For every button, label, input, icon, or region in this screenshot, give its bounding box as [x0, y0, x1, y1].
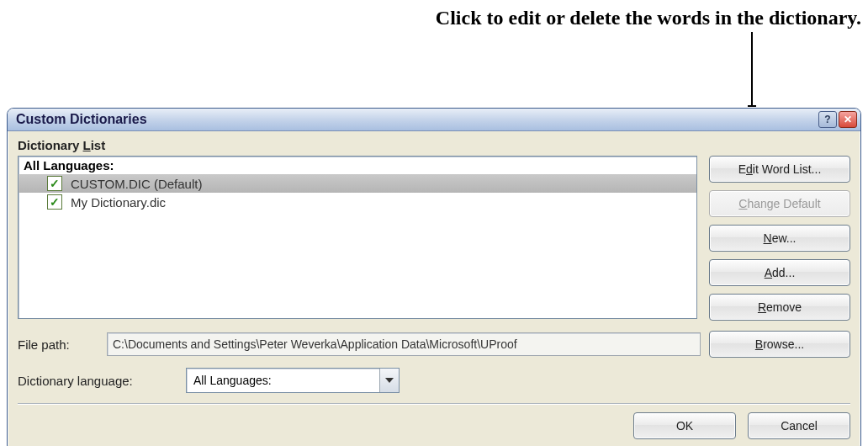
list-item-label: My Dictionary.dic — [71, 195, 166, 210]
btn-mnemonic: d — [746, 162, 753, 176]
close-button[interactable]: ✕ — [839, 111, 857, 128]
callout-line — [751, 32, 753, 106]
window-title: Custom Dictionaries — [16, 112, 817, 127]
file-path-field: C:\Documents and Settings\Peter Weverka\… — [107, 332, 701, 356]
browse-button[interactable]: Browse... — [709, 331, 850, 358]
btn-part: emove — [766, 300, 802, 314]
dictionary-list-label: Dictionary List — [18, 138, 850, 152]
btn-part: ew... — [772, 231, 797, 245]
checkbox[interactable]: ✓ — [47, 176, 62, 191]
dialog-content: Dictionary List All Languages: ✓ CUSTOM.… — [8, 131, 860, 446]
titlebar[interactable]: Custom Dictionaries ? ✕ — [8, 109, 860, 131]
btn-part: it Word List... — [753, 162, 821, 176]
list-item-label: CUSTOM.DIC (Default) — [71, 177, 202, 191]
list-group-header: All Languages: — [19, 157, 696, 174]
edit-word-list-button[interactable]: Edit Word List... — [709, 156, 850, 183]
remove-button[interactable]: Remove — [709, 294, 850, 321]
change-default-button: Change Default — [709, 190, 850, 217]
chevron-down-icon — [385, 378, 394, 383]
combo-dropdown-button[interactable] — [379, 369, 399, 392]
new-button[interactable]: New... — [709, 225, 850, 252]
label-part: ist — [91, 138, 106, 152]
btn-mnemonic: A — [765, 266, 772, 279]
list-item[interactable]: ✓ CUSTOM.DIC (Default) — [19, 174, 696, 193]
list-item[interactable]: ✓ My Dictionary.dic — [19, 193, 696, 211]
checkbox[interactable]: ✓ — [47, 194, 62, 210]
check-icon: ✓ — [50, 196, 60, 208]
help-button[interactable]: ? — [818, 111, 837, 128]
btn-part: E — [738, 162, 746, 176]
combo-value: All Languages: — [187, 374, 379, 387]
annotation-text: Click to edit or delete the words in the… — [436, 7, 861, 29]
btn-part: hange Default — [747, 197, 820, 210]
cancel-button[interactable]: Cancel — [748, 412, 850, 439]
dictionary-listbox[interactable]: All Languages: ✓ CUSTOM.DIC (Default) ✓ … — [18, 156, 697, 319]
btn-mnemonic: N — [764, 231, 772, 245]
label-part: Dictionary — [18, 138, 83, 152]
dictionary-language-combo[interactable]: All Languages: — [186, 368, 400, 393]
btn-part: dd... — [772, 266, 795, 279]
btn-label: OK — [676, 419, 693, 433]
btn-part: rowse... — [763, 337, 804, 351]
add-button[interactable]: Add... — [709, 259, 850, 286]
label-mnemonic: L — [83, 138, 91, 152]
custom-dictionaries-dialog: Custom Dictionaries ? ✕ Dictionary List … — [7, 108, 861, 446]
dictionary-language-label: Dictionary language: — [18, 374, 177, 388]
close-icon: ✕ — [844, 114, 852, 125]
check-icon: ✓ — [50, 178, 60, 189]
ok-button[interactable]: OK — [633, 412, 736, 439]
btn-mnemonic: C — [738, 197, 747, 210]
help-icon: ? — [824, 114, 830, 125]
btn-mnemonic: R — [758, 300, 766, 314]
btn-label: Cancel — [781, 419, 818, 433]
btn-mnemonic: B — [755, 337, 763, 351]
file-path-label: File path: — [18, 337, 98, 352]
